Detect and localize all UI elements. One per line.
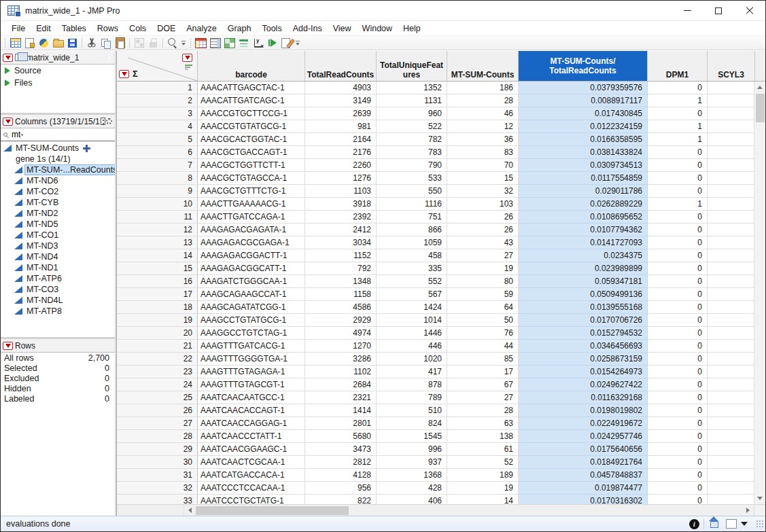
cell[interactable]: 0.0234375 [519, 249, 648, 262]
cell-barcode[interactable]: AAATCAACTCGCAA-1 [198, 456, 305, 469]
cell[interactable]: 0.0117554859 [519, 172, 648, 185]
cell[interactable]: 27 [447, 249, 519, 262]
cell[interactable] [708, 327, 755, 340]
row-number[interactable]: 4 [117, 120, 198, 133]
cell[interactable]: 2164 [305, 133, 377, 146]
cell[interactable]: 3034 [305, 236, 377, 249]
cell[interactable] [708, 275, 755, 288]
expand-panel-icon[interactable] [108, 54, 113, 61]
cell[interactable]: 783 [377, 146, 447, 159]
cell[interactable]: 0.0184921764 [519, 456, 648, 469]
cell-barcode[interactable]: AAAGGCCTGTCTAG-1 [198, 327, 305, 340]
menu-file[interactable]: File [6, 22, 31, 35]
toolbar-grip[interactable] [4, 38, 6, 48]
cell[interactable] [708, 172, 755, 185]
horizontal-scroll-thumb[interactable] [196, 506, 349, 515]
save-icon[interactable] [65, 37, 80, 50]
row-number[interactable]: 21 [117, 340, 198, 353]
cell-barcode[interactable]: AAACGCTGACCAGT-1 [198, 146, 305, 159]
summarize-icon[interactable] [208, 37, 222, 50]
cell[interactable]: 0 [648, 275, 708, 288]
row-number[interactable]: 10 [117, 198, 198, 211]
grid-corner-cell[interactable]: Σ [117, 51, 198, 81]
cell[interactable]: 0.0509499136 [519, 288, 648, 301]
cell[interactable]: 189 [447, 469, 519, 482]
cell[interactable]: 751 [377, 211, 447, 224]
column-item-mt-atp8[interactable]: MT-ATP8 [1, 306, 115, 317]
cell[interactable]: 0.0141727093 [519, 236, 648, 249]
cell[interactable]: 428 [377, 482, 447, 495]
row-number[interactable]: 14 [117, 249, 198, 262]
cell[interactable]: 1276 [305, 172, 377, 185]
cell[interactable]: 59 [447, 288, 519, 301]
cell[interactable]: 960 [377, 107, 447, 120]
cell-barcode[interactable]: AAAGTTTGGGGTGA-1 [198, 353, 305, 366]
menu-edit[interactable]: Edit [31, 22, 56, 35]
red-triangle-menu-icon[interactable] [3, 54, 13, 62]
cell-barcode[interactable]: AAACATTGAGCTAC-1 [198, 82, 305, 94]
cell-barcode[interactable]: AAACGCTGGTTCTT-1 [198, 159, 305, 172]
cell[interactable]: 789 [377, 391, 447, 404]
cell[interactable]: 0.0381433824 [519, 146, 648, 159]
row-number[interactable]: 8 [117, 172, 198, 185]
info-icon[interactable]: i [689, 519, 699, 529]
row-number[interactable]: 20 [117, 327, 198, 340]
row-number[interactable]: 13 [117, 236, 198, 249]
cell[interactable]: 26 [447, 211, 519, 224]
cell[interactable]: 0.0108695652 [519, 211, 648, 224]
cell[interactable] [708, 482, 755, 495]
column-item-mt-co2[interactable]: MT-CO2 [1, 186, 115, 197]
cell[interactable]: 36 [447, 133, 519, 146]
cell[interactable]: 0 [648, 249, 708, 262]
menu-view[interactable]: View [328, 22, 357, 35]
horizontal-scrollbar[interactable] [117, 504, 765, 516]
cell[interactable]: 3918 [305, 198, 377, 211]
cell[interactable]: 996 [377, 443, 447, 456]
cell[interactable]: 1116 [377, 198, 447, 211]
scroll-down-button[interactable] [754, 493, 766, 504]
home-icon[interactable] [708, 520, 719, 529]
row-number[interactable]: 15 [117, 262, 198, 275]
cell-barcode[interactable]: AAACTTGAAAAACG-1 [198, 198, 305, 211]
cell[interactable]: 4586 [305, 301, 377, 314]
column-item-mt-co1[interactable]: MT-CO1 [1, 230, 115, 241]
copy-icon[interactable] [99, 37, 113, 50]
cell[interactable]: 103 [447, 198, 519, 211]
cell[interactable]: 0.0107794362 [519, 224, 648, 236]
cell[interactable]: 4903 [305, 82, 377, 94]
scroll-right-button[interactable] [742, 505, 754, 516]
sidebar-item-source[interactable]: Source [1, 65, 115, 77]
menu-help[interactable]: Help [398, 22, 426, 35]
cell[interactable]: 1102 [305, 366, 377, 378]
cell-barcode[interactable]: AAAGCAGAAGCCAT-1 [198, 288, 305, 301]
collapse-sidebar-icon[interactable] [120, 54, 124, 61]
column-item-mt-nd4[interactable]: MT-ND4 [1, 251, 115, 262]
cell[interactable]: 0.0457848837 [519, 469, 648, 482]
cell[interactable]: 956 [305, 482, 377, 495]
overflow-icon[interactable] [179, 37, 188, 50]
menu-graph[interactable]: Graph [222, 22, 257, 35]
row-number[interactable]: 31 [117, 469, 198, 482]
cell[interactable]: 782 [377, 133, 447, 146]
row-number[interactable]: 23 [117, 366, 198, 378]
cell[interactable]: 28 [447, 404, 519, 417]
cell[interactable]: 1545 [377, 430, 447, 443]
column-item-mt-nd1[interactable]: MT-ND1 [1, 262, 115, 273]
cell[interactable]: 63 [447, 417, 519, 430]
cell[interactable]: 1 [648, 133, 708, 146]
cell[interactable]: 1446 [377, 327, 447, 340]
paste-icon[interactable] [113, 37, 127, 50]
cell[interactable]: 2412 [305, 224, 377, 236]
cell[interactable]: 52 [447, 456, 519, 469]
cell[interactable]: 792 [305, 262, 377, 275]
row-number[interactable]: 9 [117, 185, 198, 198]
column-header-scyl3[interactable]: SCYL3 [708, 51, 755, 81]
maximize-button[interactable] [703, 1, 734, 20]
cell[interactable]: 1 [648, 94, 708, 107]
cell[interactable]: 0.0262889229 [519, 198, 648, 211]
row-number[interactable]: 19 [117, 314, 198, 327]
cell[interactable]: 417 [377, 366, 447, 378]
cell[interactable]: 1414 [305, 404, 377, 417]
cell[interactable]: 26 [447, 224, 519, 236]
column-item-mt-atp6[interactable]: MT-ATP6 [1, 273, 115, 284]
